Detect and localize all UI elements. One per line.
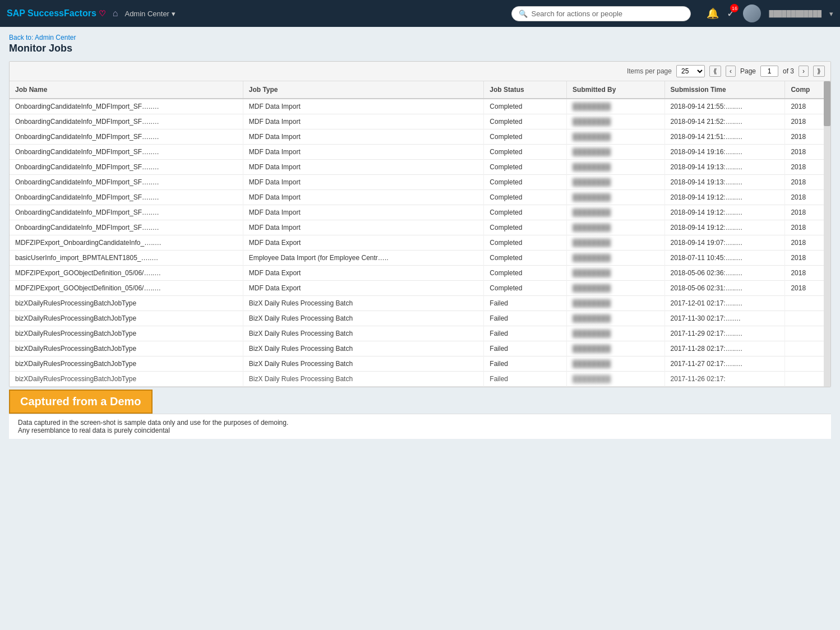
table-row[interactable]: OnboardingCandidateInfo_MDFImport_SF…..…… — [10, 129, 830, 145]
cell-job-status: Completed — [484, 114, 567, 129]
cell-submitted-by: ████████ — [567, 341, 665, 356]
table-row[interactable]: MDFZIPExport_GOObjectDefinition_05/06/….… — [10, 266, 830, 281]
checkmark-icon[interactable]: ✓ 16 — [727, 7, 735, 20]
cell-job-name: basicUserInfo_import_BPMTALENT1805_…..… — [10, 251, 243, 266]
cell-job-name: bizXDailyRulesProcessingBatchJobType — [10, 326, 243, 341]
home-icon[interactable]: ⌂ — [113, 8, 118, 18]
next-page-button[interactable]: › — [799, 66, 809, 77]
cell-job-status: Failed — [484, 326, 567, 341]
cell-job-type: BizX Daily Rules Processing Batch — [243, 372, 484, 387]
table-row[interactable]: bizXDailyRulesProcessingBatchJobTypeBizX… — [10, 356, 830, 372]
table-row[interactable]: bizXDailyRulesProcessingBatchJobTypeBizX… — [10, 326, 830, 341]
table-row[interactable]: OnboardingCandidateInfo_MDFImport_SF…..…… — [10, 220, 830, 235]
cell-submission-time: 2018-09-14 21:55:…..… — [664, 99, 785, 114]
search-bar[interactable]: 🔍 Search for actions or people — [511, 6, 691, 21]
brand-logo: SAP SuccessFactors ♡ — [7, 8, 106, 18]
cell-job-status: Completed — [484, 220, 567, 235]
cell-job-type: BizX Daily Rules Processing Batch — [243, 311, 484, 326]
last-page-button[interactable]: ⟫ — [813, 66, 825, 77]
cell-job-status: Completed — [484, 99, 567, 114]
notification-bell[interactable]: 🔔 — [707, 7, 719, 20]
cell-submitted-by: ████████ — [567, 129, 665, 145]
cell-job-name: OnboardingCandidateInfo_MDFImport_SF…..… — [10, 129, 243, 145]
table-row[interactable]: OnboardingCandidateInfo_MDFImport_SF…..…… — [10, 99, 830, 114]
page-title: Monitor Jobs — [9, 43, 831, 54]
jobs-table: Job Name Job Type Job Status Submitted B… — [10, 81, 830, 387]
table-row[interactable]: OnboardingCandidateInfo_MDFImport_SF…..…… — [10, 160, 830, 175]
cell-job-type: MDF Data Import — [243, 160, 484, 175]
table-row[interactable]: bizXDailyRulesProcessingBatchJobTypeBizX… — [10, 341, 830, 356]
cell-submission-time: 2018-09-14 19:16:…..… — [664, 145, 785, 160]
cell-job-name: bizXDailyRulesProcessingBatchJobType — [10, 296, 243, 311]
cell-submitted-by: ████████ — [567, 114, 665, 129]
cell-submitted-by: ████████ — [567, 372, 665, 387]
cell-job-status: Failed — [484, 356, 567, 372]
scroll-thumb[interactable] — [824, 81, 830, 126]
nav-icons: 🔔 ✓ 16 ████████████ ▾ — [707, 4, 833, 22]
cell-job-type: BizX Daily Rules Processing Batch — [243, 326, 484, 341]
demo-banner-container: Captured from a Demo — [9, 387, 831, 414]
table-row[interactable]: bizXDailyRulesProcessingBatchJobTypeBizX… — [10, 296, 830, 311]
cell-job-type: MDF Data Export — [243, 235, 484, 251]
cell-submission-time: 2018-09-14 19:12:…..… — [664, 205, 785, 220]
demo-banner: Captured from a Demo — [9, 390, 153, 414]
cell-submitted-by: ████████ — [567, 190, 665, 205]
avatar[interactable] — [743, 4, 761, 22]
cell-job-status: Failed — [484, 341, 567, 356]
page-label: Page — [740, 67, 756, 75]
cell-job-name: OnboardingCandidateInfo_MDFImport_SF…..… — [10, 114, 243, 129]
cell-job-name: bizXDailyRulesProcessingBatchJobType — [10, 356, 243, 372]
heart-icon: ♡ — [99, 9, 106, 18]
cell-submitted-by: ████████ — [567, 266, 665, 281]
table-row[interactable]: bizXDailyRulesProcessingBatchJobTypeBizX… — [10, 311, 830, 326]
search-placeholder: Search for actions or people — [531, 10, 622, 18]
breadcrumb[interactable]: Back to: Admin Center — [9, 34, 831, 41]
cell-job-name: OnboardingCandidateInfo_MDFImport_SF…..… — [10, 99, 243, 114]
cell-submission-time: 2018-05-06 02:31:…..… — [664, 281, 785, 296]
cell-job-type: MDF Data Import — [243, 99, 484, 114]
table-row[interactable]: OnboardingCandidateInfo_MDFImport_SF…..…… — [10, 175, 830, 190]
cell-job-status: Completed — [484, 160, 567, 175]
table-row[interactable]: OnboardingCandidateInfo_MDFImport_SF…..…… — [10, 114, 830, 129]
table-row[interactable]: OnboardingCandidateInfo_MDFImport_SF…..…… — [10, 205, 830, 220]
footer-line2: Any resemblance to real data is purely c… — [18, 427, 822, 434]
cell-job-status: Failed — [484, 311, 567, 326]
cell-job-type: MDF Data Import — [243, 205, 484, 220]
cell-submission-time: 2018-09-14 19:07:…..… — [664, 235, 785, 251]
cell-job-type: MDF Data Import — [243, 175, 484, 190]
page-input[interactable] — [760, 66, 778, 77]
cell-job-type: BizX Daily Rules Processing Batch — [243, 356, 484, 372]
cell-job-type: MDF Data Import — [243, 145, 484, 160]
admin-center-menu[interactable]: Admin Center ▾ — [124, 10, 175, 18]
cell-job-name: MDFZIPExport_OnboardingCandidateInfo_…..… — [10, 235, 243, 251]
cell-job-name: OnboardingCandidateInfo_MDFImport_SF…..… — [10, 145, 243, 160]
table-row[interactable]: OnboardingCandidateInfo_MDFImport_SF…..…… — [10, 190, 830, 205]
user-menu-chevron[interactable]: ▾ — [829, 10, 833, 18]
page-total: of 3 — [783, 67, 794, 75]
chevron-down-icon: ▾ — [172, 10, 176, 18]
cell-job-status: Completed — [484, 281, 567, 296]
cell-submitted-by: ████████ — [567, 356, 665, 372]
table-container: Items per page 25 50 100 ⟪ ‹ Page of 3 ›… — [9, 61, 831, 387]
cell-job-status: Failed — [484, 372, 567, 387]
table-row[interactable]: bizXDailyRulesProcessingBatchJobTypeBizX… — [10, 372, 830, 387]
table-row[interactable]: MDFZIPExport_OnboardingCandidateInfo_…..… — [10, 235, 830, 251]
prev-page-button[interactable]: ‹ — [726, 66, 736, 77]
cell-submission-time: 2017-12-01 02:17:…..… — [664, 296, 785, 311]
table-row[interactable]: basicUserInfo_import_BPMTALENT1805_…..…E… — [10, 251, 830, 266]
table-row[interactable]: MDFZIPExport_GOObjectDefinition_05/06/….… — [10, 281, 830, 296]
cell-job-status: Completed — [484, 175, 567, 190]
vertical-scrollbar[interactable] — [824, 81, 830, 387]
cell-submission-time: 2018-09-14 19:12:…..… — [664, 190, 785, 205]
cell-submission-time: 2018-09-14 19:13:…..… — [664, 160, 785, 175]
table-row[interactable]: OnboardingCandidateInfo_MDFImport_SF…..…… — [10, 145, 830, 160]
first-page-button[interactable]: ⟪ — [709, 66, 721, 77]
cell-job-name: bizXDailyRulesProcessingBatchJobType — [10, 311, 243, 326]
cell-job-status: Completed — [484, 266, 567, 281]
admin-center-label: Admin Center — [124, 10, 169, 18]
col-header-job-type: Job Type — [243, 81, 484, 99]
items-per-page-select[interactable]: 25 50 100 — [676, 65, 705, 77]
cell-job-status: Completed — [484, 145, 567, 160]
cell-job-status: Completed — [484, 251, 567, 266]
table-body: OnboardingCandidateInfo_MDFImport_SF…..…… — [10, 99, 830, 387]
